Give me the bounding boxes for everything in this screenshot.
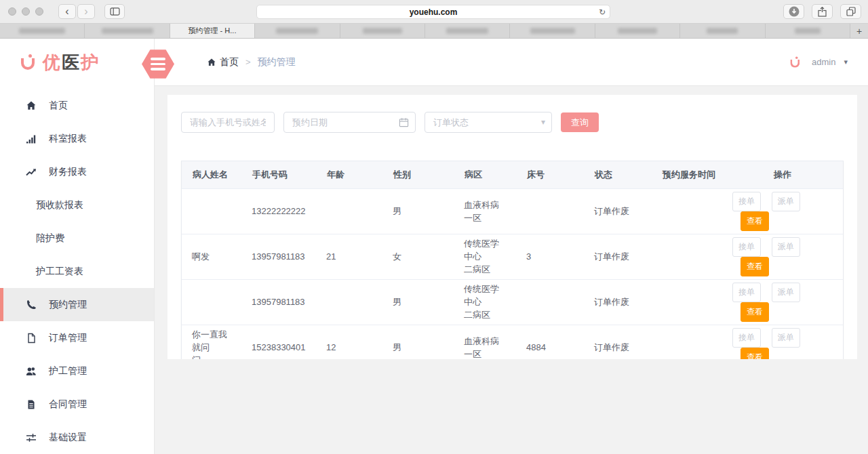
zoom-window-button[interactable] [35, 7, 43, 16]
bar-chart-icon [26, 133, 37, 144]
share-button[interactable] [812, 4, 833, 19]
redacted-tab-title [102, 28, 153, 34]
browser-tab[interactable] [680, 24, 765, 38]
breadcrumb-home-icon [207, 58, 216, 67]
forward-button[interactable]: › [77, 4, 95, 19]
cell-phone: 13957981183 [241, 279, 316, 325]
col-actions: 操作 [722, 161, 843, 188]
redacted-tab-title [276, 28, 318, 34]
sidebar-item-escort-fee[interactable]: 陪护费 [0, 222, 154, 255]
tab-overview-button[interactable] [840, 4, 861, 19]
downloads-button[interactable] [783, 4, 804, 19]
sidebar-menu: 首页 科室报表 财务报表 预收款报表 陪护费 护工工资表 预约管理 [0, 89, 154, 454]
redacted-tab-title [707, 28, 738, 34]
hamburger-icon [151, 58, 165, 60]
browser-tab-active[interactable]: 预约管理 - H... [170, 24, 255, 38]
cell-gender: 男 [382, 188, 454, 234]
sidebar-item-home[interactable]: 首页 [0, 89, 154, 122]
sidebar-item-finance-report[interactable]: 财务报表 [0, 155, 154, 188]
browser-tab[interactable] [595, 24, 680, 38]
col-age: 年龄 [316, 161, 382, 188]
browser-tab[interactable] [85, 24, 170, 38]
cell-age [316, 279, 382, 325]
cell-patient-name [182, 188, 241, 234]
cell-service-time [652, 325, 722, 359]
view-button[interactable]: 查看 [741, 348, 769, 360]
search-button[interactable]: 查询 [561, 112, 599, 132]
chevron-down-icon: ▾ [541, 117, 545, 127]
col-phone: 手机号码 [241, 161, 316, 188]
accept-order-button[interactable]: 接单 [732, 283, 761, 302]
browser-tab[interactable] [0, 24, 85, 38]
browser-tab[interactable] [510, 24, 595, 38]
keyword-input[interactable] [181, 112, 275, 133]
user-menu[interactable]: admin ▾ [787, 54, 848, 71]
reload-icon[interactable]: ↻ [599, 7, 606, 17]
status-select[interactable] [425, 112, 552, 133]
content-area: ▾ 查询 病人姓名 手机号码 [155, 86, 868, 454]
redacted-tab-title [19, 28, 65, 34]
url-text: youehu.com [410, 7, 458, 17]
minimize-window-button[interactable] [22, 7, 30, 16]
sidebar-item-label: 首页 [49, 100, 68, 112]
breadcrumb-home-link[interactable]: 首页 [220, 56, 239, 68]
date-input[interactable] [283, 112, 416, 133]
filter-bar: ▾ 查询 [181, 112, 844, 133]
sidebar-item-label: 基础设置 [49, 432, 87, 444]
page-header: 首页 > 预约管理 admin ▾ [155, 39, 868, 86]
browser-tab[interactable] [766, 24, 850, 38]
sidebar-item-contracts[interactable]: 合同管理 [0, 388, 154, 421]
back-button[interactable]: ‹ [58, 4, 76, 19]
dispatch-order-button[interactable]: 派单 [772, 283, 800, 302]
username: admin [812, 57, 835, 67]
breadcrumb: 首页 > 预约管理 [207, 56, 296, 68]
col-gender: 性别 [382, 161, 454, 188]
table-row: 啊发 13957981183 21 女 传统医学中心 二病区 3 订单作废 接单 [182, 234, 843, 279]
cell-age [316, 188, 382, 234]
browser-tab[interactable] [340, 24, 425, 38]
accept-order-button[interactable]: 接单 [732, 237, 761, 257]
contract-icon [26, 399, 37, 410]
sidebar-toggle-button[interactable] [104, 4, 125, 19]
browser-tab[interactable] [425, 24, 510, 38]
cell-ward: 传统医学中心 二病区 [454, 279, 516, 325]
dispatch-order-button[interactable]: 派单 [772, 328, 800, 348]
sidebar-item-workers[interactable]: 护工管理 [0, 354, 154, 388]
col-status: 状态 [584, 161, 652, 188]
dispatch-order-button[interactable]: 派单 [772, 192, 800, 211]
view-button[interactable]: 查看 [741, 257, 769, 276]
accept-order-button[interactable]: 接单 [732, 328, 761, 348]
phone-icon [26, 300, 37, 310]
brand-u-icon [20, 54, 37, 71]
settings-icon [26, 432, 37, 443]
app-logo[interactable]: 优医护 [0, 39, 154, 86]
sidebar-item-label: 科室报表 [49, 133, 87, 145]
dispatch-order-button[interactable]: 派单 [772, 237, 800, 257]
sidebar-item-worker-salary[interactable]: 护工工资表 [0, 255, 154, 288]
redacted-tab-title [363, 28, 402, 34]
sidebar-item-dept-report[interactable]: 科室报表 [0, 122, 154, 155]
view-button[interactable]: 查看 [741, 211, 769, 231]
cell-phone: 13222222222 [241, 188, 316, 234]
cell-service-time [652, 279, 722, 325]
view-button[interactable]: 查看 [741, 302, 769, 322]
appointments-table: 病人姓名 手机号码 年龄 性别 病区 床号 状态 预约服务时间 操作 [181, 161, 844, 359]
users-icon [26, 366, 37, 377]
close-window-button[interactable] [8, 7, 16, 16]
sidebar-item-settings[interactable]: 基础设置 [0, 421, 154, 454]
table-row: 13957981183 男 传统医学中心 二病区 订单作废 接单 派单 [182, 279, 843, 325]
appointments-card: ▾ 查询 病人姓名 手机号码 [167, 95, 857, 359]
accept-order-button[interactable]: 接单 [732, 192, 761, 211]
sidebar-item-orders[interactable]: 订单管理 [0, 321, 154, 354]
sidebar-item-appointments[interactable]: 预约管理 [0, 288, 154, 321]
sidebar-item-label: 预收款报表 [36, 199, 83, 211]
redacted-tab-title [530, 28, 575, 34]
new-tab-button[interactable]: + [850, 24, 868, 38]
download-icon [789, 6, 800, 17]
sidebar-item-precollect-report[interactable]: 预收款报表 [0, 188, 154, 222]
cell-age: 12 [316, 325, 382, 359]
redacted-tab-title [795, 28, 821, 34]
address-bar[interactable]: youehu.com ↻ [256, 5, 610, 19]
col-patient-name: 病人姓名 [182, 161, 241, 188]
browser-tab[interactable] [255, 24, 340, 38]
